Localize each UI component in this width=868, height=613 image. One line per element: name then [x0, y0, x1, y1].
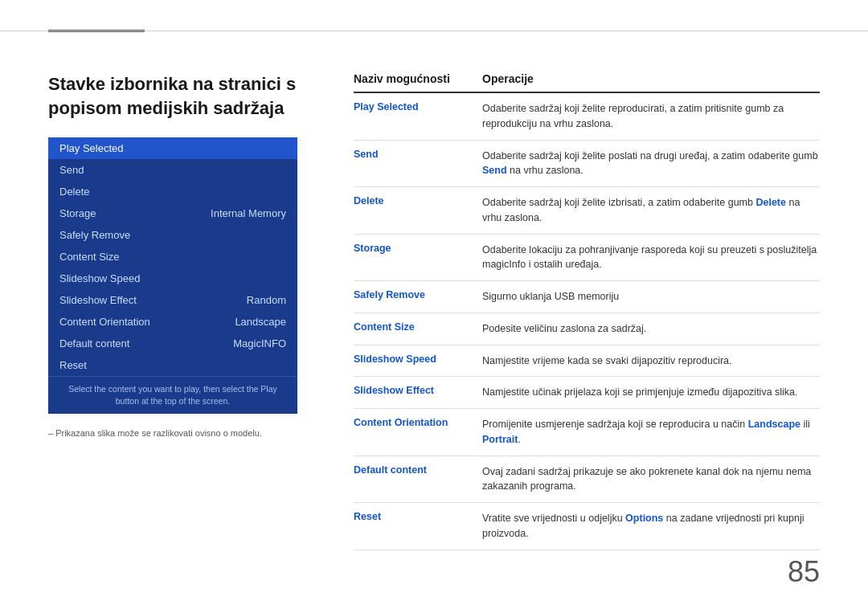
menu-item-slideshow-effect[interactable]: Slideshow EffectRandom [48, 289, 297, 311]
row-feature-name: Play Selected [354, 101, 482, 112]
row-description: Odaberite sadržaj koji želite izbrisati,… [482, 195, 820, 226]
footnote: – Prikazana slika može se razlikovati ov… [48, 428, 313, 438]
menu-item-label: Slideshow Speed [59, 272, 140, 284]
menu-item-delete[interactable]: Delete [48, 181, 297, 202]
table-row: StorageOdaberite lokaciju za pohranjivan… [354, 235, 820, 282]
menu-item-label: Safely Remove [59, 229, 130, 241]
right-panel: Naziv mogućnosti Operacije Play Selected… [354, 72, 820, 581]
highlight-text: Landscape [748, 419, 800, 430]
menu-item-value: Random [247, 294, 286, 306]
highlight-text: Delete [755, 197, 786, 208]
table-row: Slideshow SpeedNamjestite vrijeme kada s… [354, 345, 820, 378]
table-row: Default contentOvaj zadani sadržaj prika… [354, 456, 820, 504]
menu-item-value: MagicINFO [233, 337, 286, 349]
row-description: Ovaj zadani sadržaj prikazuje se ako pok… [482, 464, 820, 495]
row-description: Promijenite usmjerenje sadržaja koji se … [482, 417, 820, 447]
menu-item-label: Play Selected [59, 142, 124, 154]
row-feature-name: Slideshow Effect [354, 385, 482, 396]
highlight-text: Options [625, 513, 663, 524]
menu-item-value: Internal Memory [211, 207, 286, 219]
menu-item-label: Delete [59, 186, 90, 198]
row-feature-name: Delete [354, 195, 482, 206]
menu-item-value: Landscape [235, 316, 286, 328]
row-description: Odaberite lokaciju za pohranjivanje rasp… [482, 243, 820, 273]
menu-item-label: Reset [59, 359, 87, 371]
row-feature-name: Reset [354, 511, 482, 522]
menu-item-content-size[interactable]: Content Size [48, 246, 297, 268]
row-description: Namjestite vrijeme kada se svaki dijapoz… [482, 353, 820, 369]
menu-item-label: Slideshow Effect [59, 294, 137, 306]
table-row: Content SizePodesite veličinu zaslona za… [354, 313, 820, 345]
row-description: Odaberite sadržaj koji želite poslati na… [482, 149, 820, 179]
menu-item-slideshow-speed[interactable]: Slideshow Speed [48, 268, 297, 289]
menu-hint-box: Select the content you want to play, the… [48, 376, 297, 413]
row-feature-name: Storage [354, 243, 482, 254]
table-header: Naziv mogućnosti Operacije [354, 72, 820, 93]
table-row: ResetVratite sve vrijednosti u odjeljku … [354, 503, 820, 550]
table-row: Slideshow EffectNamjestite učinak prijel… [354, 377, 820, 409]
menu-item-label: Content Orientation [59, 316, 150, 328]
row-feature-name: Send [354, 149, 482, 160]
row-feature-name: Safely Remove [354, 289, 482, 300]
menu-item-storage[interactable]: StorageInternal Memory [48, 202, 297, 224]
table-row: Content OrientationPromijenite usmjerenj… [354, 409, 820, 456]
row-feature-name: Slideshow Speed [354, 353, 482, 365]
menu-item-label: Content Size [59, 251, 119, 263]
row-feature-name: Content Size [354, 321, 482, 333]
table-row: DeleteOdaberite sadržaj koji želite izbr… [354, 187, 820, 235]
menu-hint-text: Select the content you want to play, the… [59, 383, 286, 407]
highlight-text: Send [482, 165, 507, 176]
top-line [0, 31, 868, 31]
row-description: Odaberite sadržaj koji želite reproducir… [482, 101, 820, 132]
menu-item-safely-remove[interactable]: Safely Remove [48, 224, 297, 246]
row-description: Sigurno uklanja USB memoriju [482, 289, 820, 304]
table-row: Safely RemoveSigurno uklanja USB memorij… [354, 281, 820, 313]
menu-item-label: Send [59, 164, 84, 176]
menu-item-default-content[interactable]: Default contentMagicINFO [48, 333, 297, 354]
menu-item-label: Storage [59, 207, 96, 219]
page-number: 85 [788, 555, 820, 589]
menu-item-content-orientation[interactable]: Content OrientationLandscape [48, 311, 297, 333]
menu-item-reset[interactable]: Reset [48, 354, 297, 376]
row-feature-name: Content Orientation [354, 417, 482, 428]
col-ops-header: Operacije [482, 72, 534, 85]
page-title: Stavke izbornika na stranici s popisom m… [48, 72, 313, 120]
table-row: Play SelectedOdaberite sadržaj koji želi… [354, 93, 820, 141]
highlight-text: Portrait [482, 434, 518, 445]
row-feature-name: Default content [354, 464, 482, 476]
row-description: Vratite sve vrijednosti u odjeljku Optio… [482, 511, 820, 541]
menu-item-play-selected[interactable]: Play Selected [48, 137, 297, 159]
menu-item-send[interactable]: Send [48, 159, 297, 181]
row-description: Namjestite učinak prijelaza koji se prim… [482, 385, 820, 400]
row-description: Podesite veličinu zaslona za sadržaj. [482, 321, 820, 337]
left-panel: Stavke izbornika na stranici s popisom m… [48, 72, 313, 581]
menu-item-label: Default content [59, 337, 129, 349]
table-row: SendOdaberite sadržaj koji želite poslat… [354, 141, 820, 188]
menu-box: Play SelectedSendDeleteStorageInternal M… [48, 137, 297, 413]
col-name-header: Naziv mogućnosti [354, 72, 482, 85]
